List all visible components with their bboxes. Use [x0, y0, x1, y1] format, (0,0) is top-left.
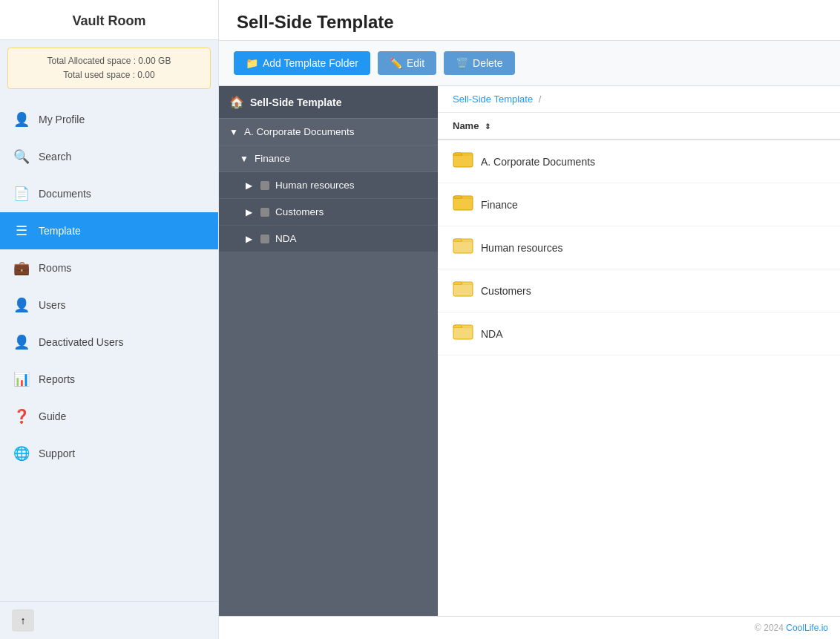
sidebar-item-rooms[interactable]: 💼 Rooms [0, 249, 218, 286]
chevron-right-icon: ▶ [246, 180, 256, 191]
sidebar-nav: 👤 My Profile 🔍 Search 📄 Documents ☰ Temp… [0, 96, 218, 601]
sidebar-footer: ↑ [0, 601, 218, 639]
sidebar-header: Vault Room [0, 0, 218, 40]
sidebar-item-documents[interactable]: 📄 Documents [0, 175, 218, 212]
content-area: 🏠 Sell-Side Template ▼ A. Corporate Docu… [219, 86, 840, 616]
sort-icon[interactable]: ⇕ [485, 122, 490, 131]
table-row[interactable]: NDA [438, 312, 840, 355]
sidebar-item-reports[interactable]: 📊 Reports [0, 361, 218, 398]
home-icon: 🏠 [229, 95, 244, 109]
guide-icon: ❓ [13, 408, 30, 425]
tree-item-customers[interactable]: ▶ Customers [219, 199, 438, 226]
sidebar: Vault Room Total Allocated space : 0.00 … [0, 0, 219, 639]
table-row[interactable]: Finance [438, 183, 840, 226]
sidebar-item-my-profile[interactable]: 👤 My Profile [0, 101, 218, 138]
page-title-bar: Sell-Side Template [219, 0, 840, 41]
chevron-right-icon: ▶ [246, 207, 256, 217]
page-title: Sell-Side Template [237, 12, 822, 33]
breadcrumb-link[interactable]: Sell-Side Template [453, 94, 533, 105]
search-icon: 🔍 [13, 148, 30, 165]
sidebar-item-deactivated-users[interactable]: 👤 Deactivated Users [0, 324, 218, 361]
nav-label: Users [39, 299, 66, 311]
nav-label: Guide [39, 410, 66, 422]
edit-button[interactable]: ✏️ Edit [378, 51, 436, 75]
folder-indicator [260, 208, 269, 217]
folder-icon [453, 321, 473, 346]
rooms-icon: 💼 [13, 260, 30, 276]
toolbar: 📁 Add Template Folder ✏️ Edit 🗑️ Delete [219, 41, 840, 86]
nav-label: Template [39, 225, 81, 237]
file-name: NDA [481, 328, 503, 340]
tree-item-nda[interactable]: ▶ NDA [219, 226, 438, 252]
nav-label: Documents [39, 188, 91, 200]
nav-label: My Profile [39, 114, 85, 125]
nav-label: Support [39, 448, 75, 459]
nav-label: Deactivated Users [39, 336, 123, 348]
support-icon: 🌐 [13, 445, 30, 462]
footer-link[interactable]: CoolLife.io [786, 623, 828, 633]
file-panel: Sell-Side Template / Name ⇕ [438, 86, 840, 616]
file-name: Finance [481, 199, 518, 211]
tree-root-item[interactable]: 🏠 Sell-Side Template [219, 86, 438, 119]
table-row[interactable]: Human resources [438, 226, 840, 269]
tree-item-corporate[interactable]: ▼ A. Corporate Documents [219, 119, 438, 145]
tree-item-label: A. Corporate Documents [244, 126, 355, 137]
app-footer: © 2024 CoolLife.io [219, 616, 840, 639]
table-row[interactable]: Customers [438, 269, 840, 312]
folder-icon [453, 192, 473, 217]
folder-add-icon: 📁 [246, 57, 258, 69]
nav-label: Reports [39, 373, 75, 385]
sidebar-item-guide[interactable]: ❓ Guide [0, 398, 218, 435]
template-icon: ☰ [13, 223, 30, 239]
table-row[interactable]: A. Corporate Documents [438, 140, 840, 183]
tree-item-human-resources[interactable]: ▶ Human resources [219, 172, 438, 199]
file-table: Name ⇕ A. Corporate Documents [438, 113, 840, 355]
tree-root-label: Sell-Side Template [250, 96, 341, 108]
file-name: Human resources [481, 242, 563, 254]
delete-button[interactable]: 🗑️ Delete [444, 51, 514, 75]
folder-indicator [260, 235, 269, 243]
folder-icon [453, 235, 473, 260]
nav-label: Search [39, 151, 71, 163]
sidebar-item-template[interactable]: ☰ Template [0, 212, 218, 249]
tree-item-label: NDA [275, 233, 297, 244]
tree-item-finance[interactable]: ▼ Finance [219, 145, 438, 172]
sidebar-item-users[interactable]: 👤 Users [0, 286, 218, 324]
file-name: A. Corporate Documents [481, 156, 595, 168]
breadcrumb-separator: / [539, 94, 542, 105]
edit-icon: ✏️ [390, 57, 402, 69]
footer-text: © 2024 [755, 623, 786, 633]
file-row: Human resources [453, 235, 825, 260]
name-column-header: Name ⇕ [438, 113, 840, 140]
deactivated-users-icon: 👤 [13, 334, 30, 350]
sidebar-item-support[interactable]: 🌐 Support [0, 435, 218, 472]
chevron-down-icon: ▼ [229, 127, 240, 137]
folder-icon [453, 149, 473, 174]
breadcrumb: Sell-Side Template / [438, 86, 840, 113]
tree-item-label: Finance [255, 153, 290, 164]
tree-panel: 🏠 Sell-Side Template ▼ A. Corporate Docu… [219, 86, 438, 616]
storage-info: Total Allocated space : 0.00 GB Total us… [7, 47, 211, 89]
chevron-down-icon: ▼ [240, 154, 250, 164]
delete-label: Delete [473, 57, 502, 69]
folder-icon [453, 278, 473, 303]
main-content: Sell-Side Template 📁 Add Template Folder… [219, 0, 840, 639]
add-template-folder-label: Add Template Folder [263, 57, 358, 69]
documents-icon: 📄 [13, 186, 30, 202]
file-name: Customers [481, 285, 531, 297]
reports-icon: 📊 [13, 371, 30, 387]
edit-label: Edit [407, 57, 424, 69]
scroll-top-button[interactable]: ↑ [12, 609, 34, 632]
add-template-folder-button[interactable]: 📁 Add Template Folder [234, 51, 370, 75]
app-title: Vault Room [7, 13, 211, 29]
file-row: Finance [453, 192, 825, 217]
file-row: NDA [453, 321, 825, 346]
trash-icon: 🗑️ [456, 57, 468, 69]
nav-label: Rooms [39, 262, 71, 274]
storage-allocated: Total Allocated space : 0.00 GB [17, 54, 201, 68]
tree-item-label: Human resources [275, 180, 355, 191]
folder-indicator [260, 181, 269, 190]
sidebar-item-search[interactable]: 🔍 Search [0, 138, 218, 175]
file-row: Customers [453, 278, 825, 303]
users-icon: 👤 [13, 297, 30, 313]
